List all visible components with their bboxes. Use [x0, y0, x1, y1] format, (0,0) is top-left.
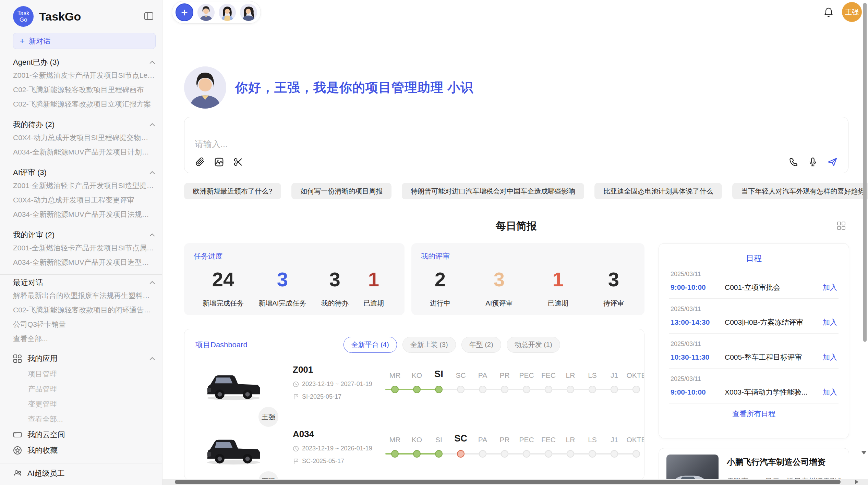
vertical-scrollbar[interactable]	[863, 3, 867, 342]
milestone-MR[interactable]: MR	[384, 432, 406, 480]
suggestion-chip[interactable]: 特朗普可能对进口汽车增税会对中国车企造成哪些影响	[402, 183, 584, 199]
attachment-icon[interactable]	[195, 157, 205, 167]
suggestion-chip[interactable]: 如何写一份清晰的项目周报	[291, 183, 391, 199]
sidebar-item-ai-super-staff[interactable]: AI超级员工	[13, 465, 155, 481]
milestone-PA[interactable]: PA	[472, 368, 494, 417]
stat-my-todo: 3 我的待办	[321, 266, 349, 308]
milestone-dot	[457, 386, 465, 393]
milestone-LR[interactable]: LR	[559, 432, 581, 480]
sidebar-item-cloud-space[interactable]: 我的云空间	[13, 427, 155, 443]
sidebar-item-favorites[interactable]: 我的收藏	[13, 443, 155, 458]
app-link-product-mgmt[interactable]: 产品管理	[13, 382, 155, 397]
chat-input[interactable]	[195, 139, 838, 149]
milestone-KO[interactable]: KO	[406, 368, 428, 417]
join-link[interactable]: 加入	[823, 352, 837, 362]
project-milestone-date: SC-2025-05-17	[302, 458, 344, 465]
tab-model-year[interactable]: 年型 (2)	[461, 337, 501, 353]
tab-new-platform[interactable]: 全新平台 (4)	[343, 337, 397, 353]
user-avatar[interactable]: 王强	[842, 2, 862, 22]
milestone-FEC[interactable]: FEC	[538, 432, 559, 480]
milestone-PEC[interactable]: PEC	[516, 368, 538, 417]
suggestion-chip[interactable]: 欧洲新规最近颁布了什么?	[184, 183, 281, 199]
section-title: Agent已办 (3)	[13, 57, 59, 67]
milestone-LR[interactable]: LR	[559, 368, 581, 417]
apps-grid-icon	[13, 354, 22, 363]
sidebar-item[interactable]: Z001-全新燃油轻卡产品开发项目SI节点属性5D文件评审	[13, 241, 155, 255]
section-header-my-todo[interactable]: 我的待办 (2)	[13, 119, 155, 130]
sidebar-collapse-icon[interactable]	[144, 12, 153, 20]
join-link[interactable]: 加入	[823, 318, 837, 327]
tab-powertrain[interactable]: 动总开发 (1)	[507, 337, 560, 353]
milestone-PR[interactable]: PR	[494, 432, 516, 480]
chevron-up-icon	[149, 61, 155, 64]
sidebar-item[interactable]: C02-飞腾新能源轻客改款项目里程碑画布	[13, 83, 155, 97]
sidebar-item[interactable]: A034-全新新能源MUV产品开发项目计划变更表编写	[13, 145, 155, 159]
tab-new-body[interactable]: 全新上装 (3)	[402, 337, 456, 353]
scroll-down-arrow-icon[interactable]	[861, 451, 867, 455]
sidebar-item[interactable]: C0X4-动力总成开发项目SI里程碑提交物检查	[13, 130, 155, 145]
stat-value: 1	[548, 266, 568, 293]
view-all-conversations[interactable]: 查看全部...	[13, 332, 155, 346]
microphone-icon[interactable]	[808, 157, 818, 167]
layout-grid-icon[interactable]	[837, 221, 846, 230]
milestone-SC[interactable]: SC	[450, 368, 472, 417]
scroll-right-arrow-icon[interactable]	[855, 480, 858, 484]
sidebar-item[interactable]: Z001-全新燃油皮卡产品开发项目SI节点Lesson Learn报告	[13, 68, 155, 83]
milestone-PA[interactable]: PA	[472, 432, 494, 480]
join-link[interactable]: 加入	[823, 283, 837, 292]
sidebar-item[interactable]: A034-全新新能源MUV产品开发项目造型可行性评审	[13, 255, 155, 270]
milestone-KO[interactable]: KO	[406, 432, 428, 480]
suggestion-chip[interactable]: 比亚迪全固态电池计划具体说了什么	[594, 183, 722, 199]
recent-conversation[interactable]: 公司Q3轻卡销量	[13, 317, 155, 332]
milestone-J1[interactable]: J1	[603, 368, 625, 417]
horizontal-scrollbar[interactable]	[175, 480, 841, 484]
milestone-SC[interactable]: SC	[450, 432, 472, 480]
milestone-MR[interactable]: MR	[384, 368, 406, 417]
milestone-OKTB[interactable]: OKTB	[625, 368, 644, 417]
section-header-ai-review[interactable]: AI评审 (3)	[13, 167, 155, 178]
recent-conversation[interactable]: C02-飞腾新能源轻客改款项目的闭环通告反馈情况	[13, 303, 155, 317]
view-all-schedule-link[interactable]: 查看所有日程	[669, 409, 839, 419]
teammate-avatar[interactable]	[197, 4, 215, 21]
milestone-PEC[interactable]: PEC	[516, 432, 538, 480]
scissors-icon[interactable]	[233, 157, 243, 167]
project-row[interactable]: 王强 A034 2023-12-19 ~ 2026-01-19	[195, 427, 644, 480]
sidebar-item[interactable]: A034-全新新能源MUV产品开发项目法规符合性评审	[13, 207, 155, 222]
send-icon[interactable]	[827, 157, 838, 167]
sidebar-item[interactable]: C0X4-动力总成开发项目工程变更评审	[13, 193, 155, 207]
add-member-button[interactable]: +	[176, 3, 193, 21]
app-link-view-all[interactable]: 查看全部...	[13, 412, 155, 427]
milestone-SI[interactable]: SI	[428, 368, 450, 417]
milestone-LS[interactable]: LS	[581, 432, 603, 480]
new-chat-button[interactable]: + 新对话	[13, 33, 156, 49]
teammate-avatar[interactable]	[240, 4, 257, 21]
milestone-FEC[interactable]: FEC	[538, 368, 559, 417]
section-header-recent[interactable]: 最近对话	[13, 277, 155, 288]
section-header-agent-done[interactable]: Agent已办 (3)	[13, 57, 155, 68]
section-header-my-review[interactable]: 我的评审 (2)	[13, 229, 155, 241]
phone-call-icon[interactable]	[788, 157, 799, 167]
project-row[interactable]: 王强 Z001 2023-12-19 ~ 2027-01-19	[195, 363, 644, 417]
milestone-SI[interactable]: SI	[428, 432, 450, 480]
milestone-J1[interactable]: J1	[603, 432, 625, 480]
right-column: 日程 2025/03/11 9:00-10:00 C001-立项审批会 加入 2…	[659, 243, 849, 485]
milestone-OKTB[interactable]: OKTB	[625, 432, 644, 480]
sidebar-item-my-apps[interactable]: 我的应用	[13, 351, 155, 366]
stat-overdue: 1 已逾期	[548, 266, 568, 308]
milestone-dot	[523, 386, 530, 393]
teammate-avatar[interactable]	[219, 4, 236, 21]
chevron-up-icon	[149, 171, 155, 174]
sidebar-item-help-me-write[interactable]: 帮我写作	[13, 481, 155, 485]
suggestion-chip[interactable]: 当下年轻人对汽车外观有怎样的喜好趋势	[732, 183, 868, 199]
stats-row: 任务进度 24 新增完成任务 3 新增AI完成任务	[184, 243, 644, 315]
app-link-project-mgmt[interactable]: 项目管理	[13, 366, 155, 382]
milestone-PR[interactable]: PR	[494, 368, 516, 417]
sidebar-item[interactable]: C02-飞腾新能源轻客改款项目立项汇报方案	[13, 97, 155, 111]
image-icon[interactable]	[214, 157, 224, 167]
notifications-bell-icon[interactable]	[823, 7, 834, 18]
app-link-change-mgmt[interactable]: 变更管理	[13, 397, 155, 412]
milestone-LS[interactable]: LS	[581, 368, 603, 417]
join-link[interactable]: 加入	[823, 387, 837, 397]
sidebar-item[interactable]: Z001-全新燃油轻卡产品开发项目SI造型提交物评审	[13, 178, 155, 193]
recent-conversation[interactable]: 解释最新出台的欧盟报废车法规再生塑料比例被调至15%...	[13, 288, 155, 303]
